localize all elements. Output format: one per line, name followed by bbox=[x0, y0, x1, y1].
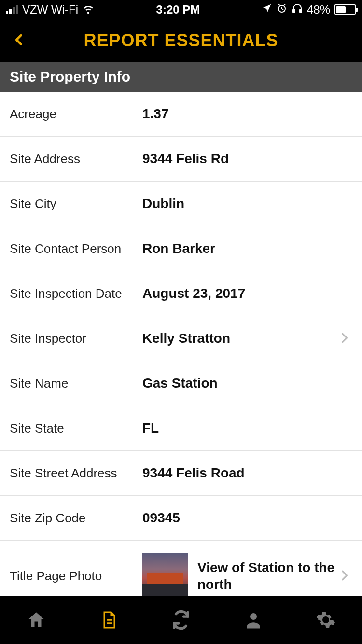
svg-rect-1 bbox=[293, 9, 295, 13]
back-button[interactable] bbox=[13, 30, 26, 51]
row-site-contact-person[interactable]: Site Contact Person Ron Barker bbox=[0, 226, 362, 271]
alarm-icon bbox=[276, 2, 288, 17]
battery-pct-label: 48% bbox=[307, 3, 330, 16]
row-value: FL bbox=[142, 420, 352, 436]
status-left: VZW Wi-Fi bbox=[6, 2, 95, 17]
status-bar: VZW Wi-Fi 3:20 PM 48% bbox=[0, 0, 362, 19]
row-label: Site State bbox=[10, 421, 142, 436]
photo-thumbnail bbox=[142, 553, 188, 596]
row-value: Gas Station bbox=[142, 376, 352, 391]
row-title-page-photo[interactable]: Title Page Photo View of Station to the … bbox=[0, 541, 362, 596]
row-label: Acreage bbox=[10, 107, 142, 122]
nav-sync[interactable] bbox=[171, 610, 191, 630]
row-label: Site Street Address bbox=[10, 466, 142, 481]
nav-profile[interactable] bbox=[243, 610, 264, 630]
row-acreage[interactable]: Acreage 1.37 bbox=[0, 92, 362, 137]
status-right: 48% bbox=[262, 2, 356, 17]
cell-signal-icon bbox=[6, 5, 18, 14]
section-header: Site Property Info bbox=[0, 62, 362, 92]
chevron-right-icon bbox=[338, 329, 352, 348]
row-site-address[interactable]: Site Address 9344 Felis Rd bbox=[0, 137, 362, 182]
row-site-zip-code[interactable]: Site Zip Code 09345 bbox=[0, 496, 362, 541]
nav-report[interactable] bbox=[98, 610, 119, 630]
row-value: 9344 Felis Road bbox=[142, 465, 352, 481]
app-header: REPORT ESSENTIALS bbox=[0, 19, 362, 62]
row-site-state[interactable]: Site State FL bbox=[0, 406, 362, 451]
row-label: Site Address bbox=[10, 152, 142, 167]
row-site-inspector[interactable]: Site Inspector Kelly Stratton bbox=[0, 316, 362, 361]
row-value: 1.37 bbox=[142, 106, 352, 122]
row-site-city[interactable]: Site City Dublin bbox=[0, 182, 362, 226]
row-value: Kelly Stratton bbox=[142, 331, 338, 346]
row-site-street-address[interactable]: Site Street Address 9344 Felis Road bbox=[0, 451, 362, 496]
row-label: Site City bbox=[10, 196, 142, 211]
nav-home[interactable] bbox=[26, 610, 46, 630]
battery-level bbox=[336, 6, 346, 13]
wifi-icon bbox=[82, 2, 95, 17]
carrier-label: VZW Wi-Fi bbox=[22, 3, 78, 16]
row-label: Site Inspection Date bbox=[10, 286, 142, 301]
svg-rect-2 bbox=[300, 9, 302, 13]
page-title: REPORT ESSENTIALS bbox=[84, 30, 278, 51]
headphones-icon bbox=[292, 2, 303, 17]
row-value: 9344 Felis Rd bbox=[142, 151, 352, 167]
content-area: Site Property Info Acreage 1.37 Site Add… bbox=[0, 62, 362, 596]
row-label: Site Zip Code bbox=[10, 511, 142, 526]
row-label: Site Contact Person bbox=[10, 241, 142, 256]
row-value: Dublin bbox=[142, 196, 352, 211]
row-value: August 23, 2017 bbox=[142, 286, 352, 301]
row-value: View of Station to the north bbox=[197, 559, 338, 593]
row-label: Site Name bbox=[10, 376, 142, 391]
row-site-name[interactable]: Site Name Gas Station bbox=[0, 361, 362, 406]
svg-point-5 bbox=[250, 613, 257, 620]
row-label: Site Inspector bbox=[10, 331, 142, 346]
property-list: Acreage 1.37 Site Address 9344 Felis Rd … bbox=[0, 92, 362, 596]
row-site-inspection-date[interactable]: Site Inspection Date August 23, 2017 bbox=[0, 271, 362, 316]
bottom-nav bbox=[0, 596, 362, 644]
chevron-right-icon bbox=[338, 567, 352, 586]
nav-settings[interactable] bbox=[316, 610, 336, 630]
row-value: 09345 bbox=[142, 510, 352, 526]
row-label: Title Page Photo bbox=[10, 569, 142, 584]
row-value: Ron Barker bbox=[142, 241, 352, 256]
clock-label: 3:20 PM bbox=[156, 3, 200, 16]
location-icon bbox=[262, 3, 272, 16]
battery-icon bbox=[334, 4, 356, 15]
